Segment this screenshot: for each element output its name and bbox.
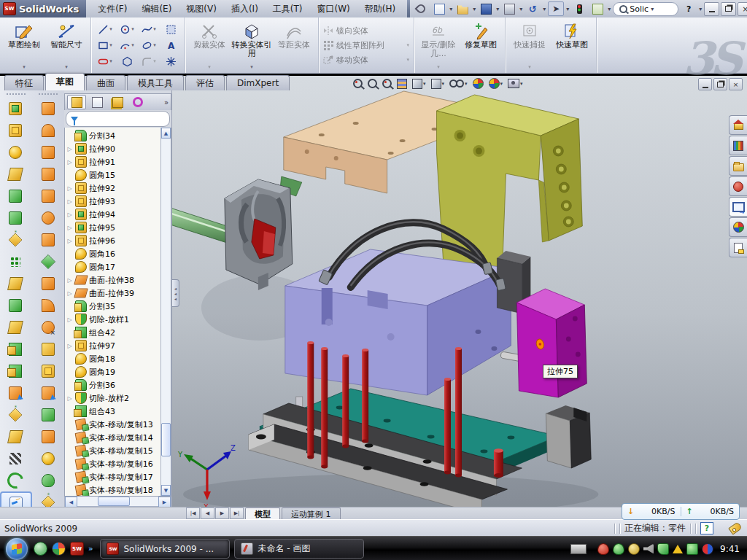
zoom-to-fit-icon[interactable] (353, 79, 363, 88)
tree-item[interactable]: 拉伸92 (66, 182, 171, 195)
phone-icon[interactable] (657, 543, 669, 555)
expand-arrow-icon[interactable] (66, 159, 73, 166)
combine-icon[interactable] (0, 360, 31, 382)
tree-item[interactable]: 实体-移动/复制14 (66, 431, 171, 444)
apply-scene-icon[interactable] (473, 78, 484, 89)
expand-arrow-icon[interactable] (66, 316, 73, 323)
section-view-icon[interactable] (397, 79, 407, 89)
pattern-icon[interactable] (0, 251, 31, 273)
extruded-cut-icon[interactable] (0, 120, 31, 141)
antivirus-icon[interactable] (597, 543, 609, 555)
reference-point-icon[interactable] (0, 404, 31, 426)
panel-splitter-handle[interactable]: ◂◂◂ (172, 279, 179, 307)
reference-axis-icon[interactable] (0, 448, 31, 470)
menu-item[interactable]: 视图(V) (179, 0, 224, 18)
shell-icon[interactable] (0, 316, 31, 338)
ribbon-tab[interactable]: 特征 (4, 75, 44, 90)
tree-vertical-scrollbar[interactable]: ▲ ▼ (160, 128, 171, 496)
line-tool-icon[interactable]: ▾ (94, 21, 116, 37)
expand-arrow-icon[interactable] (66, 185, 73, 192)
save-button[interactable] (478, 1, 494, 16)
linear-pattern-button[interactable]: 线性草图阵列 ▾ (322, 39, 411, 52)
swept-boss-icon[interactable] (0, 163, 31, 185)
ribbon-tab[interactable]: 曲面 (86, 75, 125, 90)
repair-sketch-button[interactable]: 修复草图 (460, 19, 502, 72)
tree-item[interactable]: 实体-移动/复制15 (66, 444, 171, 457)
rapid-sketch-button[interactable]: 快速草图 (551, 19, 593, 72)
tree-item[interactable]: 拉伸93 (66, 195, 171, 208)
tag-icon[interactable] (728, 521, 742, 534)
tree-horizontal-scrollbar[interactable]: ◀ ▶ (64, 497, 171, 507)
configurationmanager-tab[interactable] (108, 95, 127, 109)
scroll-up-icon[interactable]: ▲ (161, 128, 171, 139)
menu-item[interactable]: 文件(F) (90, 0, 134, 18)
hide-show-items-icon[interactable]: ▾ (449, 79, 468, 88)
propertymanager-tab[interactable] (88, 95, 107, 109)
net-speed-widget[interactable]: ↓ 0KB/S ↑ 0KB/S (622, 503, 740, 520)
boundary-boss-icon[interactable] (0, 207, 31, 229)
insert-mold-folder-icon[interactable] (33, 404, 63, 426)
scroll-left-icon[interactable]: ◀ (65, 497, 77, 508)
tree-item[interactable]: 曲面-拉伸39 (66, 287, 171, 300)
text-tool-icon[interactable]: A (160, 37, 182, 53)
display-style-icon[interactable]: ▾ (431, 79, 445, 89)
rectangle-tool-icon[interactable]: ▾ (94, 37, 116, 53)
tree-item[interactable]: 拉伸96 (66, 234, 171, 247)
hscroll-thumb[interactable] (98, 497, 130, 506)
select-region-icon[interactable] (160, 21, 182, 37)
tree-item[interactable]: 圆角16 (66, 247, 171, 260)
tree-item[interactable]: 实体-移动/复制18 (66, 483, 171, 497)
menu-item[interactable]: 窗口(W) (310, 0, 357, 18)
options-button[interactable] (589, 1, 605, 16)
model-canvas[interactable]: Y Z X (172, 76, 747, 507)
media-app-icon[interactable] (52, 542, 66, 556)
tree-filter-box[interactable] (66, 111, 170, 127)
lofted-boss-icon[interactable] (0, 185, 31, 207)
trim-entities-button[interactable]: 剪裁实体 ▾ (188, 19, 231, 72)
fillet-surface-icon[interactable] (33, 448, 63, 470)
solidworks-launcher-icon[interactable]: SW (70, 542, 84, 556)
ellipse-tool-icon[interactable]: ▾ (138, 37, 160, 53)
undo-button[interactable]: ↺ (525, 1, 541, 16)
elbow-surface-icon[interactable] (33, 295, 63, 316)
tree-item[interactable]: 切除-放样1 (66, 313, 171, 326)
tree-item[interactable]: 分割35 (66, 300, 171, 313)
sync-icon[interactable] (702, 543, 713, 555)
mirror-entities-button[interactable]: 镜向实体 (322, 24, 411, 37)
draft-analysis-icon[interactable] (33, 360, 63, 382)
tree-item[interactable]: 曲面-拉伸38 (66, 273, 171, 287)
rib-icon[interactable] (0, 273, 31, 295)
move-copy-body-icon[interactable] (0, 382, 31, 404)
expand-arrow-icon[interactable] (66, 238, 73, 244)
offset-entities-button[interactable]: 等距实体 (273, 19, 315, 72)
previous-view-icon[interactable] (382, 79, 392, 88)
next-tab-icon[interactable]: ▶ (215, 508, 229, 519)
minimize-button[interactable] (704, 2, 719, 16)
print-button[interactable] (501, 1, 517, 16)
tree-item[interactable]: 圆角18 (66, 352, 171, 365)
quick-launch-overflow-icon[interactable]: » (88, 545, 93, 553)
shield-plus-icon[interactable] (686, 543, 698, 555)
ribbon-tab[interactable]: 评估 (185, 75, 225, 90)
taskbar-clock[interactable]: 9:41 (720, 544, 740, 554)
slot-tool-icon[interactable]: ▾ (94, 53, 116, 69)
tree-item[interactable]: 拉伸97 (66, 339, 171, 352)
polygon-tool-icon[interactable] (116, 53, 138, 69)
tree-item[interactable]: 实体-移动/复制16 (66, 457, 171, 470)
messenger-icon[interactable] (34, 542, 47, 556)
view-palette-tab[interactable] (729, 197, 747, 217)
expand-arrow-icon[interactable] (66, 395, 73, 402)
expand-arrow-icon[interactable] (66, 277, 73, 284)
taskbar-window-paint[interactable]: 未命名 - 画图 (234, 539, 364, 559)
tree-item[interactable]: 拉伸95 (66, 221, 171, 234)
undercut-analysis-icon[interactable] (33, 316, 63, 338)
resources-tab[interactable] (729, 115, 747, 135)
scroll-thumb[interactable] (161, 423, 171, 456)
view-orientation-icon[interactable]: ▾ (412, 79, 426, 89)
tree-item[interactable]: 拉伸91 (66, 155, 171, 168)
circle-tool-icon[interactable]: ▾ (116, 21, 138, 37)
featuremanager-tab[interactable] (67, 95, 86, 109)
keyboard-icon[interactable] (570, 544, 587, 554)
pin-icon[interactable] (413, 1, 429, 16)
close-button[interactable]: × (738, 2, 747, 16)
